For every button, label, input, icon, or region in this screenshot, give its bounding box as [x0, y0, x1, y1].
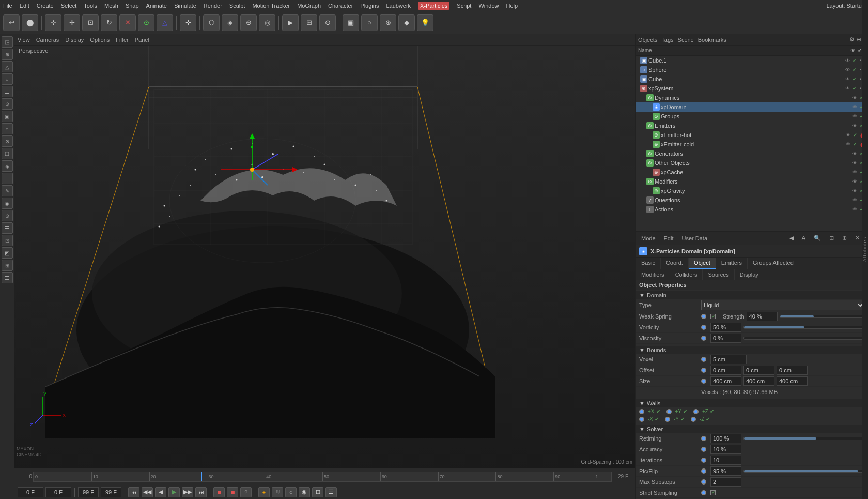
scene-tab[interactable]: Scene	[678, 37, 694, 43]
tree-item-other-objects[interactable]: ⊙ Other Objects 👁 ✔	[636, 158, 868, 168]
tree-item-questions[interactable]: ? Questions 👁 ✔	[636, 195, 868, 205]
prop-tab-basic[interactable]: Basic	[636, 258, 661, 269]
left-tool-14[interactable]: ◉	[2, 198, 13, 209]
menu-animate[interactable]: Animate	[146, 3, 167, 9]
viscosity-input[interactable]	[710, 334, 741, 343]
offset-y-input[interactable]	[743, 366, 774, 375]
transport-play[interactable]: ▶	[168, 487, 180, 497]
view-mode-button[interactable]: ▣	[343, 14, 359, 31]
left-tool-15[interactable]: ⊙	[2, 210, 13, 221]
transport-goto-end[interactable]: ⏭	[195, 487, 207, 497]
add-object-button[interactable]: ✛	[180, 14, 196, 31]
prop-icon-3[interactable]: ⊡	[826, 234, 837, 243]
uv-tool[interactable]: ◎	[259, 14, 275, 31]
left-tool-4[interactable]: ○	[2, 73, 13, 85]
picflip-radio[interactable]	[701, 468, 706, 474]
transport-grid[interactable]: ⊞	[312, 487, 323, 497]
transport-current-frame[interactable]	[45, 487, 71, 497]
strength-slider[interactable]	[780, 315, 865, 318]
rotate-tool[interactable]: ↻	[101, 14, 117, 31]
domain-header[interactable]: ▼ Domain	[636, 291, 868, 299]
left-tool-13[interactable]: ✎	[2, 185, 13, 196]
size-radio[interactable]	[701, 379, 706, 384]
accuracy-radio[interactable]	[701, 447, 706, 452]
strict-sampling-radio[interactable]	[701, 490, 706, 495]
strength-input[interactable]	[747, 312, 778, 321]
transport-record-path[interactable]: ◉	[299, 487, 310, 497]
walls-header[interactable]: ▼ Walls	[636, 399, 868, 407]
y-axis[interactable]: ⊙	[138, 14, 154, 31]
wall-neg-y-radio[interactable]	[665, 417, 670, 422]
left-tool-16[interactable]: ☰	[2, 222, 13, 234]
wall-pos-y-radio[interactable]	[667, 409, 672, 414]
select-tool[interactable]: ⊹	[45, 14, 61, 31]
prop-icon-4[interactable]: ⊕	[839, 234, 850, 243]
tree-item-cube[interactable]: ▣ Cube 👁 ✔ •	[636, 74, 868, 84]
expand-icon[interactable]: ◀	[786, 234, 797, 243]
wall-neg-x-radio[interactable]	[639, 417, 644, 422]
viscosity-slider[interactable]	[743, 337, 865, 340]
viewport-tab-options[interactable]: Options	[90, 37, 110, 43]
left-tool-10[interactable]: ☐	[2, 148, 13, 159]
prop-tab-coord[interactable]: Coord.	[661, 258, 689, 269]
record-button[interactable]: ⬤	[22, 14, 38, 31]
transport-frame-end-display[interactable]	[78, 487, 99, 497]
transport-goto-start[interactable]: ⏮	[128, 487, 140, 497]
snap-button[interactable]: ◆	[398, 14, 415, 31]
menu-tools[interactable]: Tools	[84, 3, 97, 9]
offset-z-input[interactable]	[777, 366, 808, 375]
viewport-tab-view[interactable]: View	[18, 37, 30, 43]
transport-motion[interactable]: ≋	[272, 487, 283, 497]
tree-item-xpsystem[interactable]: ⊕ xpSystem 👁 ✔ •	[636, 84, 868, 93]
menu-window[interactable]: Window	[478, 3, 499, 9]
transport-play-back[interactable]: ◀	[155, 487, 166, 497]
menu-script[interactable]: Script	[457, 3, 471, 9]
weak-spring-checkbox[interactable]: ✔	[710, 314, 716, 319]
wall-pos-x-radio[interactable]	[639, 409, 644, 414]
mode-tab[interactable]: Mode	[638, 234, 659, 243]
prop-tab-groups-affected[interactable]: Groups Affected	[748, 258, 799, 269]
transport-settings[interactable]: ☰	[326, 487, 337, 497]
viscosity-radio[interactable]	[701, 336, 706, 341]
left-tool-17[interactable]: ⊡	[2, 235, 13, 246]
left-tool-9[interactable]: ⊗	[2, 135, 13, 147]
prop-tab-object[interactable]: Object	[689, 258, 716, 269]
menu-file[interactable]: File	[3, 3, 12, 9]
retiming-slider[interactable]	[743, 437, 865, 440]
menu-laubwerk[interactable]: Laubwerk	[386, 3, 411, 9]
transport-autokey[interactable]: ?	[240, 487, 252, 497]
solver-header[interactable]: ▼ Solver	[636, 425, 868, 433]
move-tool[interactable]: ✛	[64, 14, 80, 31]
menu-sculpt[interactable]: Sculpt	[229, 3, 245, 9]
menu-help[interactable]: Help	[506, 3, 518, 9]
transport-frame-total[interactable]	[101, 487, 121, 497]
menu-select[interactable]: Select	[61, 3, 77, 9]
render-settings-button[interactable]: ⊙	[319, 14, 336, 31]
menu-xparticles[interactable]: X-Particles	[418, 2, 450, 10]
menu-plugins[interactable]: Plugins	[360, 3, 379, 9]
type-select[interactable]: Liquid	[701, 300, 865, 310]
voxel-input[interactable]	[710, 355, 747, 364]
menu-motion-tracker[interactable]: Motion Tracker	[252, 3, 290, 9]
left-tool-7[interactable]: ▣	[2, 111, 13, 122]
tree-item-modifiers[interactable]: ⊙ Modifiers 👁 ✔	[636, 177, 868, 186]
voxel-radio[interactable]	[701, 357, 706, 362]
tree-item-emitters[interactable]: ⊙ Emitters 👁 ✔	[636, 121, 868, 130]
render-button[interactable]: ▶	[282, 14, 299, 31]
left-tool-1[interactable]: ◳	[2, 36, 13, 48]
tree-item-xemitter-cold[interactable]: ⊕ xEmitter-cold 👁 ✔ ⬤	[636, 140, 868, 149]
viewport-tab-display[interactable]: Display	[65, 37, 84, 43]
prop-tab-modifiers[interactable]: Modifiers	[636, 269, 670, 280]
transport-start-field[interactable]	[18, 487, 43, 497]
picflip-slider[interactable]	[743, 470, 865, 473]
size-y-input[interactable]	[743, 376, 774, 386]
timeline-playhead[interactable]	[201, 472, 202, 481]
iterations-radio[interactable]	[701, 458, 706, 463]
left-tool-3[interactable]: △	[2, 61, 13, 72]
viewport-tab-panel[interactable]: Panel	[135, 37, 149, 43]
viewport-tab-filter[interactable]: Filter	[116, 37, 128, 43]
wall-pos-z-radio[interactable]	[693, 409, 699, 414]
left-tool-6[interactable]: ⊙	[2, 98, 13, 110]
wall-neg-z-radio[interactable]	[691, 417, 696, 422]
menu-mesh[interactable]: Mesh	[104, 3, 118, 9]
